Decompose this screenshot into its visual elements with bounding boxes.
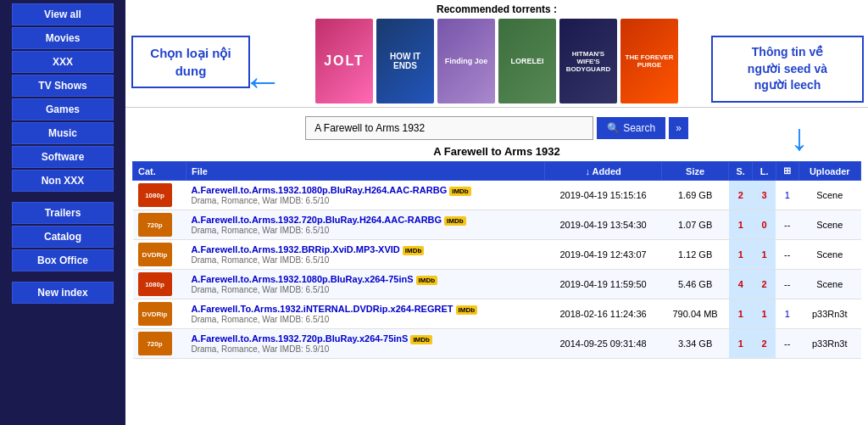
col-leech: L.: [753, 162, 776, 181]
results-table-wrapper: Cat. File ↓ Added Size S. L. ⊞ Uploader …: [125, 161, 868, 359]
peers-cell: --: [776, 240, 798, 270]
size-cell: 5.46 GB: [662, 270, 729, 299]
added-cell: 2018-02-16 11:24:36: [545, 299, 662, 329]
cat-cell: 720p: [133, 329, 186, 359]
poster-jolt[interactable]: JOLT: [315, 19, 373, 103]
sidebar-item-boxoffice[interactable]: Box Office: [12, 249, 114, 271]
annotation-right-box: Thông tin vềngười seed vàngười leech: [711, 36, 864, 103]
banner-title: Recommended torrents :: [132, 3, 861, 15]
file-cell: A.Farewell.to.Arms.1932.1080p.BluRay.H26…: [186, 181, 544, 210]
col-seeds: S.: [729, 162, 753, 181]
peers-cell: --: [776, 210, 798, 240]
sidebar-item-catalog[interactable]: Catalog: [12, 226, 114, 248]
search-input[interactable]: [305, 116, 593, 140]
leech-cell: 0: [753, 210, 776, 240]
table-row: 1080pA.Farewell.to.Arms.1932.1080p.BluRa…: [133, 270, 861, 299]
table-row: 1080pA.Farewell.to.Arms.1932.1080p.BluRa…: [133, 181, 861, 210]
uploader-cell: Scene: [798, 240, 860, 270]
added-cell: 2019-04-19 12:43:07: [545, 240, 662, 270]
leech-cell: 3: [753, 181, 776, 210]
uploader-cell: Scene: [798, 270, 860, 299]
leech-cell: 1: [753, 299, 776, 329]
added-cell: 2019-04-19 13:54:30: [545, 210, 662, 240]
file-cell: A.Farewell.to.Arms.1932.1080p.BluRay.x26…: [186, 270, 544, 299]
sidebar-item-trailers[interactable]: Trailers: [12, 202, 114, 224]
added-cell: 2019-04-19 15:15:16: [545, 181, 662, 210]
file-link[interactable]: A.Farewell.to.Arms.1932.720p.BluRay.H264…: [191, 215, 442, 225]
poster-lorelei[interactable]: LORELEI: [498, 19, 556, 103]
search-button[interactable]: 🔍 Search: [597, 117, 665, 139]
sub-info: Drama, Romance, War IMDB: 6.5/10: [191, 285, 539, 294]
seeds-cell: 1: [729, 299, 753, 329]
file-cell: A.Farewell.to.Arms.1932.BRRip.XviD.MP3-X…: [186, 240, 544, 270]
uploader-cell: Scene: [798, 181, 860, 210]
sidebar-item-music[interactable]: Music: [12, 122, 114, 144]
peers-cell: 1: [776, 299, 798, 329]
added-cell: 2014-09-25 09:31:48: [545, 329, 662, 359]
table-row: 720pA.Farewell.to.Arms.1932.720p.BluRay.…: [133, 329, 861, 359]
file-cell: A.Farewell.To.Arms.1932.iNTERNAL.DVDRip.…: [186, 299, 544, 329]
poster-bodyguard[interactable]: HITMAN'S WIFE'S BODYGUARD: [559, 19, 617, 103]
arrow-down-icon: ↓: [790, 119, 809, 156]
sidebar-item-nonxxx[interactable]: Non XXX: [12, 170, 114, 192]
col-uploader: Uploader: [798, 162, 860, 181]
sidebar-item-games[interactable]: Games: [12, 98, 114, 120]
seeds-cell: 4: [729, 270, 753, 299]
cat-cell: 720p: [133, 210, 186, 240]
peers-cell: --: [776, 329, 798, 359]
sidebar-item-software[interactable]: Software: [12, 146, 114, 168]
col-size: Size: [662, 162, 729, 181]
peers-cell: --: [776, 270, 798, 299]
uploader-cell: p33Rn3t: [798, 329, 860, 359]
sub-info: Drama, Romance, War IMDB: 5.9/10: [191, 344, 539, 354]
size-cell: 1.12 GB: [662, 240, 729, 270]
table-row: DVDRipA.Farewell.to.Arms.1932.BRRip.XviD…: [133, 240, 861, 270]
table-row: DVDRipA.Farewell.To.Arms.1932.iNTERNAL.D…: [133, 299, 861, 329]
poster-howitends[interactable]: HOW IT ENDS: [376, 19, 434, 103]
cat-cell: 1080p: [133, 181, 186, 210]
file-link[interactable]: A.Farewell.to.Arms.1932.BRRip.XviD.MP3-X…: [191, 244, 399, 254]
file-cell: A.Farewell.to.Arms.1932.720p.BluRay.x264…: [186, 329, 544, 359]
leech-cell: 1: [753, 240, 776, 270]
uploader-cell: p33Rn3t: [798, 299, 860, 329]
sub-info: Drama, Romance, War IMDB: 6.5/10: [191, 226, 539, 235]
arrow-left-icon: ←: [242, 61, 283, 102]
file-link[interactable]: A.Farewell.to.Arms.1932.1080p.BluRay.x26…: [191, 274, 413, 284]
file-link[interactable]: A.Farewell.To.Arms.1932.iNTERNAL.DVDRip.…: [191, 304, 453, 314]
seeds-cell: 1: [729, 240, 753, 270]
cat-cell: DVDRip: [133, 240, 186, 270]
cat-cell: 1080p: [133, 270, 186, 299]
seeds-cell: 1: [729, 210, 753, 240]
uploader-cell: Scene: [798, 210, 860, 240]
sidebar-item-newindex[interactable]: New index: [12, 282, 114, 304]
poster-purge[interactable]: THE FOREVER PURGE: [620, 19, 678, 103]
sidebar-item-movies[interactable]: Movies: [12, 27, 114, 49]
sidebar-item-viewall[interactable]: View all: [12, 3, 114, 25]
col-file[interactable]: File: [186, 162, 544, 181]
size-cell: 1.69 GB: [662, 181, 729, 210]
col-added[interactable]: ↓ Added: [545, 162, 662, 181]
file-cell: A.Farewell.to.Arms.1932.720p.BluRay.H264…: [186, 210, 544, 240]
sidebar-item-tvshows[interactable]: TV Shows: [12, 75, 114, 97]
table-row: 720pA.Farewell.to.Arms.1932.720p.BluRay.…: [133, 210, 861, 240]
sub-info: Drama, Romance, War IMDB: 6.5/10: [191, 255, 539, 265]
added-cell: 2019-04-19 11:59:50: [545, 270, 662, 299]
search-icon: 🔍: [607, 122, 620, 134]
sub-info: Drama, Romance, War IMDB: 6.5/10: [191, 315, 539, 324]
file-link[interactable]: A.Farewell.to.Arms.1932.720p.BluRay.x264…: [191, 333, 408, 344]
cat-cell: DVDRip: [133, 299, 186, 329]
search-next-button[interactable]: »: [669, 117, 688, 139]
file-link[interactable]: A.Farewell.to.Arms.1932.1080p.BluRay.H26…: [191, 185, 447, 195]
results-title: A Farewell to Arms 1932: [125, 145, 868, 158]
col-cat: Cat.: [133, 162, 186, 181]
leech-cell: 2: [753, 270, 776, 299]
results-table: Cat. File ↓ Added Size S. L. ⊞ Uploader …: [132, 161, 861, 359]
seeds-cell: 1: [729, 329, 753, 359]
search-area: 🔍 Search »: [125, 108, 868, 145]
peers-cell: 1: [776, 181, 798, 210]
seeds-cell: 2: [729, 181, 753, 210]
sidebar-item-xxx[interactable]: XXX: [12, 51, 114, 73]
col-peers: ⊞: [776, 162, 798, 181]
poster-findingjoe[interactable]: Finding Joe: [437, 19, 495, 103]
annotation-left-box: Chọn loại nộidung: [131, 36, 250, 88]
